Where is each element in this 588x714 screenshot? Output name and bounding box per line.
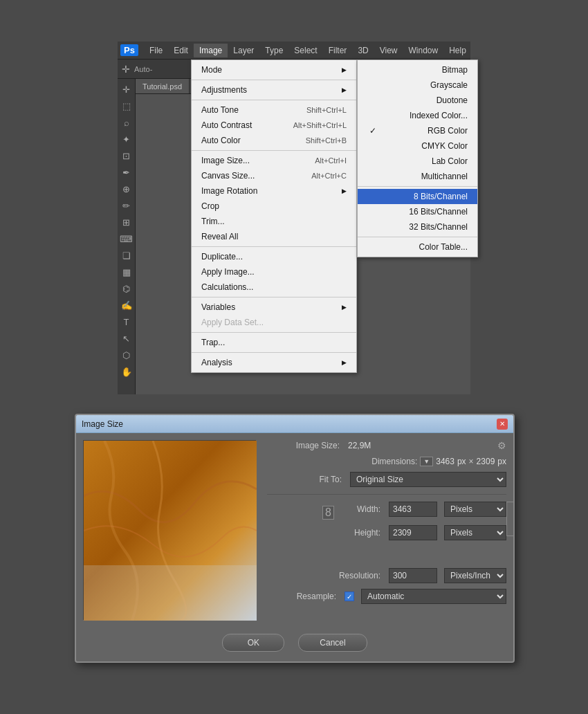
menu-select[interactable]: Select xyxy=(288,44,322,57)
tutorial-tab[interactable]: Tutorial.psd xyxy=(136,79,190,93)
menu-trap[interactable]: Trap... xyxy=(192,335,356,350)
tool-eyedropper[interactable]: ✒ xyxy=(119,165,134,180)
mode-indexed-color[interactable]: Indexed Color... xyxy=(358,108,477,123)
width-row: Width: Pixels xyxy=(267,502,506,517)
menu-apply-image[interactable]: Apply Image... xyxy=(192,264,356,280)
menu-reveal-all[interactable]: Reveal All xyxy=(192,229,356,244)
tool-shape[interactable]: ⬡ xyxy=(119,347,134,363)
menu-adjustments[interactable]: Adjustments xyxy=(192,82,356,98)
menu-crop[interactable]: Crop xyxy=(192,199,356,214)
tool-magic-wand[interactable]: ✦ xyxy=(119,131,134,147)
mode-duotone[interactable]: Duotone xyxy=(358,93,477,108)
sep5 xyxy=(192,297,356,298)
spacer xyxy=(267,532,506,562)
tool-lasso[interactable]: ⌕ xyxy=(119,115,134,130)
gear-icon[interactable]: ⚙ xyxy=(497,440,506,451)
tool-path-select[interactable]: ↖ xyxy=(119,331,134,346)
fit-to-label: Fit To: xyxy=(267,475,342,484)
dialog-close-button[interactable]: ✕ xyxy=(497,419,508,430)
tool-dodge[interactable]: ⌬ xyxy=(119,281,134,296)
menu-image[interactable]: Image xyxy=(194,44,228,57)
resample-checkbox[interactable]: ✓ xyxy=(344,592,354,601)
sep7 xyxy=(192,352,356,353)
fit-to-row: Fit To: Original Size xyxy=(267,472,506,487)
menu-auto-tone[interactable]: Auto Tone Shift+Ctrl+L xyxy=(192,102,356,118)
dialog-title: Image Size xyxy=(82,419,123,429)
tool-eraser[interactable]: ❏ xyxy=(119,248,134,263)
image-dropdown-menu: Mode Adjustments Auto Tone Shift+Ctrl+L … xyxy=(191,60,357,373)
image-size-label: Image Size: xyxy=(267,441,340,450)
photoshop-window: Ps File Edit Image Layer Type Select Fil… xyxy=(118,42,470,394)
dimensions-height: 2309 xyxy=(477,457,495,466)
mode-16bit[interactable]: 16 Bits/Channel xyxy=(358,204,477,219)
menu-calculations[interactable]: Calculations... xyxy=(192,280,356,295)
tool-move[interactable]: ✛ xyxy=(119,82,134,97)
cancel-button[interactable]: Cancel xyxy=(298,634,367,652)
mode-cmyk[interactable]: CMYK Color xyxy=(358,138,477,154)
fit-to-select[interactable]: Original Size xyxy=(350,472,506,487)
resolution-input[interactable] xyxy=(389,568,437,583)
tool-clone[interactable]: ⊞ xyxy=(119,214,134,230)
svg-rect-1 xyxy=(84,565,257,621)
tool-crop[interactable]: ⊡ xyxy=(119,148,134,163)
menu-layer[interactable]: Layer xyxy=(228,44,259,57)
tool-gradient[interactable]: ▦ xyxy=(119,264,134,280)
ok-button[interactable]: OK xyxy=(222,634,284,652)
menu-window[interactable]: Window xyxy=(403,44,444,57)
menu-trim[interactable]: Trim... xyxy=(192,214,356,229)
move-icon: ✛ xyxy=(122,64,130,75)
mode-color-table[interactable]: Color Table... xyxy=(358,239,477,255)
mode-32bit[interactable]: 32 Bits/Channel xyxy=(358,219,477,235)
menu-apply-data-set: Apply Data Set... xyxy=(192,315,356,330)
menu-duplicate[interactable]: Duplicate... xyxy=(192,249,356,264)
menu-auto-contrast[interactable]: Auto Contrast Alt+Shift+Ctrl+L xyxy=(192,118,356,133)
menu-mode[interactable]: Mode xyxy=(192,62,356,77)
tool-brush[interactable]: ✏ xyxy=(119,198,134,213)
menu-filter[interactable]: Filter xyxy=(323,44,353,57)
separator xyxy=(267,494,506,495)
menu-canvas-size[interactable]: Canvas Size... Alt+Ctrl+C xyxy=(192,168,356,183)
menu-3d[interactable]: 3D xyxy=(352,44,374,57)
sep2 xyxy=(192,100,356,100)
dialog-title-bar: Image Size ✕ xyxy=(76,415,513,433)
mode-lab[interactable]: Lab Color xyxy=(358,154,477,169)
image-size-value: 22,9M xyxy=(348,441,493,450)
mode-grayscale[interactable]: Grayscale xyxy=(358,77,477,93)
chain-indicator xyxy=(506,502,515,536)
resolution-row: Resolution: Pixels/Inch xyxy=(267,568,506,583)
tool-history[interactable]: ⌨ xyxy=(119,231,134,246)
dimensions-width: 3463 xyxy=(436,457,454,466)
tool-type[interactable]: T xyxy=(119,314,134,329)
menu-type[interactable]: Type xyxy=(259,44,288,57)
mode-bitmap[interactable]: Bitmap xyxy=(358,62,477,77)
menu-image-size[interactable]: Image Size... Alt+Ctrl+I xyxy=(192,153,356,168)
menu-file[interactable]: File xyxy=(144,44,168,57)
menu-edit[interactable]: Edit xyxy=(168,44,194,57)
resample-select[interactable]: Automatic xyxy=(361,589,506,604)
menu-auto-color[interactable]: Auto Color Shift+Ctrl+B xyxy=(192,133,356,148)
sep6 xyxy=(192,332,356,333)
tool-hand[interactable]: ✋ xyxy=(119,364,134,379)
left-toolbar: ✛ ⬚ ⌕ ✦ ⊡ ✒ ⊕ ✏ ⊞ ⌨ ❏ ▦ ⌬ ✍ T ↖ ⬡ ✋ xyxy=(118,79,136,394)
tool-pen[interactable]: ✍ xyxy=(119,298,134,313)
mode-multichannel[interactable]: Multichannel xyxy=(358,169,477,184)
tool-heal[interactable]: ⊕ xyxy=(119,181,134,196)
menu-help[interactable]: Help xyxy=(443,44,472,57)
ps-main: ✛ ⬚ ⌕ ✦ ⊡ ✒ ⊕ ✏ ⊞ ⌨ ❏ ▦ ⌬ ✍ T ↖ ⬡ ✋ Tuto… xyxy=(118,79,470,394)
width-input[interactable] xyxy=(389,502,437,517)
width-unit-select[interactable]: Pixels xyxy=(444,502,506,517)
resample-label: Resample: xyxy=(267,592,336,601)
menu-image-rotation[interactable]: Image Rotation xyxy=(192,183,356,199)
auto-label: Auto- xyxy=(134,65,152,73)
dimensions-arrow[interactable]: ▼ xyxy=(420,457,433,466)
menu-analysis[interactable]: Analysis xyxy=(192,355,356,370)
tool-select-rect[interactable]: ⬚ xyxy=(119,98,134,113)
mode-rgb[interactable]: ✓RGB Color xyxy=(358,123,477,138)
resolution-unit-select[interactable]: Pixels/Inch xyxy=(444,568,506,583)
dimensions-unit-w: px xyxy=(457,457,466,466)
mode-8bit[interactable]: 8 Bits/Channel xyxy=(358,189,477,204)
menu-variables[interactable]: Variables xyxy=(192,300,356,315)
sep4 xyxy=(192,246,356,247)
menu-view[interactable]: View xyxy=(374,44,403,57)
dimensions-row: Dimensions: ▼ 3463 px × 2309 px xyxy=(267,457,506,466)
